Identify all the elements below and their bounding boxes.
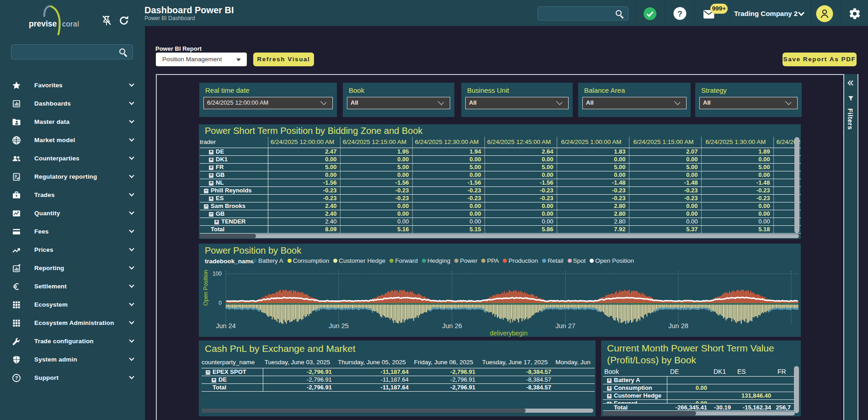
svg-text:100: 100 (213, 271, 222, 277)
svg-text:Jun 26: Jun 26 (442, 322, 462, 330)
svg-text:previse: previse (29, 19, 57, 28)
svg-text:Jun 25: Jun 25 (329, 322, 349, 330)
svg-text:coral: coral (62, 20, 79, 28)
svg-text:Jun 28: Jun 28 (668, 322, 688, 330)
svg-text:Open Position: Open Position (202, 270, 209, 306)
svg-text:Jun 27: Jun 27 (555, 322, 575, 330)
svg-text:0: 0 (218, 300, 222, 306)
svg-text:?: ? (677, 10, 682, 18)
svg-text:deliverybegin: deliverybegin (490, 330, 528, 337)
svg-text:Jun 24: Jun 24 (216, 322, 236, 330)
svg-text:?: ? (15, 375, 18, 381)
